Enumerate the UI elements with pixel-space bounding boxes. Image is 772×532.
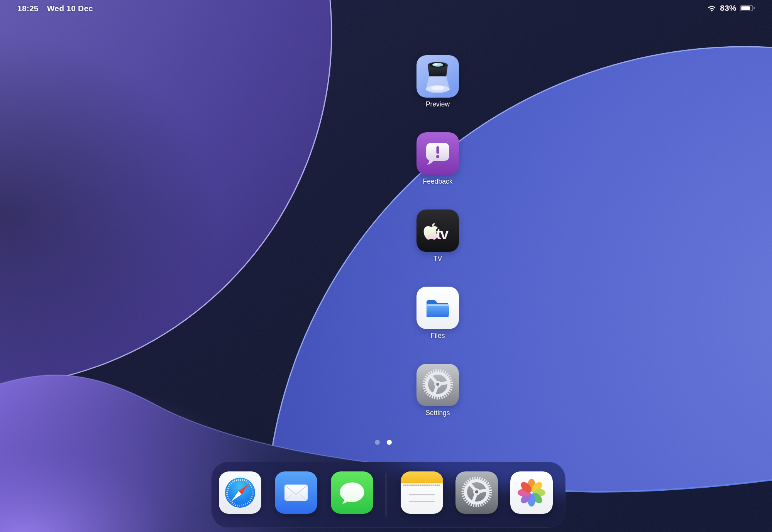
gear-icon [455, 471, 498, 514]
dock [211, 462, 565, 528]
app-feedback[interactable]: Feedback [416, 132, 459, 175]
app-label: Preview [399, 100, 476, 108]
clock-time: 18:25 [17, 4, 39, 13]
loupe-icon [416, 55, 459, 98]
dock-app-photos[interactable] [510, 471, 553, 514]
app-files[interactable]: Files [416, 287, 459, 329]
folder-icon [416, 287, 459, 329]
dock-app-notes[interactable] [401, 471, 443, 514]
flower-icon [510, 471, 553, 514]
app-settings[interactable]: Settings [416, 364, 459, 406]
page-dots [375, 440, 392, 445]
app-label: Files [399, 332, 476, 339]
ipad-home-screen: 18:25 Wed 10 Dec 83% [0, 0, 772, 532]
gear-icon [416, 364, 459, 406]
app-preview[interactable]: Preview [416, 55, 459, 98]
page-dot[interactable] [375, 440, 380, 445]
status-left: 18:25 Wed 10 Dec [17, 4, 93, 13]
envelope-icon [275, 471, 317, 514]
settings-app-icon[interactable] [416, 364, 459, 406]
exclamation-bubble-icon [416, 132, 459, 175]
preview-app-icon[interactable] [416, 55, 459, 98]
wallpaper [0, 0, 772, 532]
app-tv[interactable]: tv TV [416, 209, 459, 252]
app-label: Settings [399, 409, 476, 417]
apple-tv-logo-icon: tv [416, 209, 459, 252]
dock-app-messages[interactable] [331, 471, 373, 514]
app-label: TV [399, 255, 476, 262]
tv-logo-text: tv [436, 226, 449, 242]
files-app-icon[interactable] [416, 287, 459, 329]
feedback-app-icon[interactable] [416, 132, 459, 175]
app-label: Feedback [399, 177, 476, 185]
dock-divider [386, 473, 386, 517]
clock-date: Wed 10 Dec [47, 4, 93, 13]
dock-app-mail[interactable] [275, 471, 317, 514]
dock-app-safari[interactable] [219, 471, 261, 514]
status-bar: 18:25 Wed 10 Dec 83% [0, 0, 772, 21]
status-right: 83% [707, 3, 755, 13]
notepad-icon [401, 471, 443, 514]
battery-percent: 83% [720, 3, 736, 13]
tv-app-icon[interactable]: tv [416, 209, 459, 252]
battery-icon [740, 5, 755, 12]
wifi-icon [707, 5, 716, 12]
chat-bubble-icon [331, 471, 373, 514]
compass-icon [219, 471, 261, 514]
dock-app-settings[interactable] [455, 471, 498, 514]
page-dot-active[interactable] [387, 440, 392, 445]
